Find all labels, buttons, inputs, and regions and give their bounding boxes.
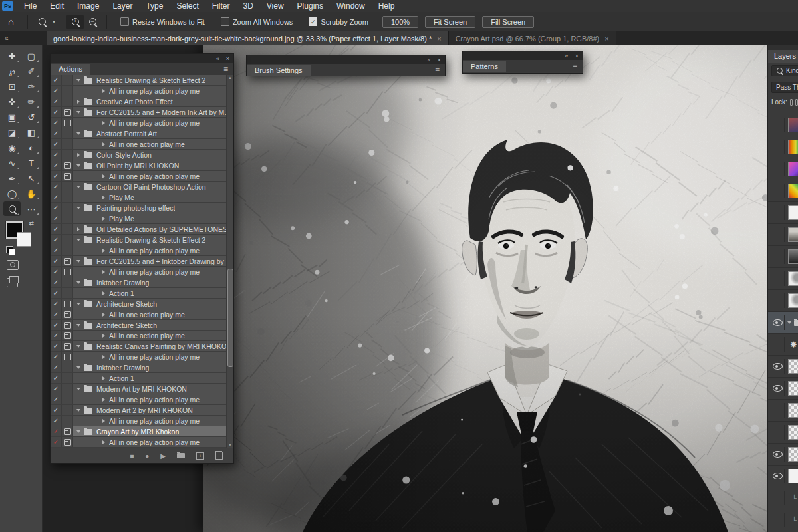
action-row-content[interactable]: All in one play action play me xyxy=(73,416,233,426)
layer-row[interactable] xyxy=(768,444,798,466)
expand-caret-icon[interactable] xyxy=(76,132,80,135)
visibility-cell[interactable] xyxy=(771,184,785,198)
toggle-item-check[interactable]: ✓ xyxy=(51,416,62,426)
canvas-artwork[interactable] xyxy=(203,45,798,532)
toggle-item-check[interactable]: ✓ xyxy=(51,331,62,340)
action-row-content[interactable]: All in one play action play me xyxy=(73,352,233,362)
expand-caret-icon[interactable] xyxy=(77,227,80,231)
toggle-dialog-cell[interactable] xyxy=(62,160,73,170)
toggle-item-check[interactable]: ✓ xyxy=(51,224,62,234)
checkbox-scrubby-zoom[interactable]: ✓Scrubby Zoom xyxy=(309,17,368,26)
play-selection-button[interactable]: ▶ xyxy=(160,452,166,460)
blend-mode-select[interactable]: Pass Thr xyxy=(771,82,798,93)
action-row[interactable]: ✓Oil Detailed Actions By SUPREMETONES xyxy=(51,224,233,234)
toggle-dialog-cell[interactable] xyxy=(62,416,73,426)
layer-row[interactable] xyxy=(768,136,798,158)
home-icon[interactable]: ⌂ xyxy=(8,16,14,27)
gradient-tool[interactable]: ◧ xyxy=(23,125,40,140)
visibility-cell[interactable] xyxy=(771,381,785,396)
visibility-cell[interactable] xyxy=(771,359,785,374)
expand-caret-icon[interactable] xyxy=(76,388,80,390)
menu-layer[interactable]: Layer xyxy=(106,1,139,11)
expand-caret-icon[interactable] xyxy=(102,121,105,125)
toggle-item-check[interactable]: ✓ xyxy=(51,160,62,170)
expand-caret-icon[interactable] xyxy=(76,345,80,348)
toggle-dialog-cell[interactable] xyxy=(62,235,73,245)
toggle-item-check[interactable]: ✓ xyxy=(51,150,62,160)
expand-caret-icon[interactable] xyxy=(102,142,105,146)
smudge-tool[interactable]: ∿ xyxy=(3,156,21,170)
layer-row[interactable] xyxy=(768,180,798,202)
expand-caret-icon[interactable] xyxy=(76,303,80,305)
action-row-content[interactable]: Play Me xyxy=(73,213,233,223)
expand-caret-icon[interactable] xyxy=(76,366,80,369)
layer-thumbnail[interactable] xyxy=(788,162,798,176)
toggle-item-check[interactable]: ✓ xyxy=(51,213,62,223)
visibility-cell[interactable] xyxy=(771,447,785,462)
move-tool[interactable]: ✚ xyxy=(3,49,21,63)
visibility-cell[interactable] xyxy=(771,118,785,132)
action-row[interactable]: ✓For CC2015.5 and + Modern Ink Art by MR… xyxy=(51,107,233,117)
layer-row[interactable]: ✸ xyxy=(768,334,798,356)
expand-caret-icon[interactable] xyxy=(102,174,105,178)
expand-caret-icon[interactable] xyxy=(102,398,105,402)
visibility-cell[interactable] xyxy=(771,162,785,176)
edit-toolbar-button[interactable]: ··· xyxy=(23,201,40,216)
toggle-item-check[interactable]: ✓ xyxy=(51,288,62,298)
toggle-item-check[interactable]: ✓ xyxy=(51,118,62,128)
action-row-content[interactable]: Crayon Art by MRI Khokon xyxy=(73,426,233,436)
layer-filter-field[interactable]: Kind xyxy=(771,65,798,76)
screen-mode-button[interactable] xyxy=(7,278,18,287)
layer-thumbnail[interactable] xyxy=(788,271,798,286)
action-row[interactable]: ✓All in one play action play me xyxy=(51,437,233,447)
eye-icon[interactable] xyxy=(773,385,783,392)
toggle-dialog-cell[interactable] xyxy=(62,437,73,447)
toggle-dialog-cell[interactable] xyxy=(62,384,73,394)
toggle-item-check[interactable]: ✓ xyxy=(51,203,62,213)
action-row[interactable]: ✓Play Me xyxy=(51,192,233,202)
visibility-cell[interactable] xyxy=(771,403,785,418)
layer-row[interactable] xyxy=(768,312,798,334)
actions-scrollbar[interactable]: ▲ ▼ xyxy=(226,75,233,448)
path-selection-tool[interactable]: ↖ xyxy=(23,171,40,186)
action-row[interactable]: ✓All in one play action play me xyxy=(51,245,233,255)
checkbox-resize-windows-to-fit[interactable]: Resize Windows to Fit xyxy=(120,17,205,26)
action-row-content[interactable]: Architecture Sketch xyxy=(73,320,233,330)
expand-caret-icon[interactable] xyxy=(787,321,791,324)
layer-thumbnail[interactable] xyxy=(788,469,798,483)
tab-brush-settings[interactable]: Brush Settings xyxy=(247,65,311,76)
toggle-item-check[interactable]: ✓ xyxy=(51,299,62,309)
collapse-panel-icon[interactable]: « xyxy=(428,57,431,63)
expand-caret-icon[interactable] xyxy=(76,186,80,188)
action-row-content[interactable]: All in one play action play me xyxy=(73,394,233,404)
layer-row[interactable] xyxy=(768,202,798,224)
toggle-item-check[interactable]: ✓ xyxy=(51,309,62,319)
eye-icon[interactable] xyxy=(773,451,783,458)
action-row-content[interactable]: All in one action play me xyxy=(73,331,233,340)
action-row-content[interactable]: Play Me xyxy=(73,192,233,202)
toggle-dialog-cell[interactable] xyxy=(62,341,73,351)
action-row-content[interactable]: All in one play action play me xyxy=(73,86,233,96)
toggle-dialog-cell[interactable] xyxy=(62,394,73,404)
dodge-tool[interactable]: ◐ xyxy=(23,140,40,155)
toggle-dialog-cell[interactable] xyxy=(62,309,73,319)
toggle-dialog-cell[interactable] xyxy=(62,362,73,372)
chevron-down-icon[interactable]: ▾ xyxy=(53,19,55,25)
100--button[interactable]: 100% xyxy=(382,16,418,28)
expand-caret-icon[interactable] xyxy=(76,260,80,263)
toggle-item-check[interactable]: ✓ xyxy=(51,373,62,383)
action-row[interactable]: ✓Color Style Action xyxy=(51,150,233,160)
zoom-tool-preset[interactable] xyxy=(33,15,51,29)
action-row-content[interactable]: Realistic Canvas Painting by MRI KHOKON xyxy=(73,341,233,351)
expand-caret-icon[interactable] xyxy=(102,270,105,274)
menu-plugins[interactable]: Plugins xyxy=(291,1,330,11)
toggle-dialog-cell[interactable] xyxy=(62,182,73,192)
expand-caret-icon[interactable] xyxy=(76,79,80,82)
toggle-dialog-cell[interactable] xyxy=(62,192,73,202)
toggle-dialog-cell[interactable] xyxy=(62,213,73,223)
expand-caret-icon[interactable] xyxy=(102,440,105,444)
action-row-content[interactable]: Modern Art 2 by MRI KHOKON xyxy=(73,405,233,415)
toggle-item-check[interactable]: ✓ xyxy=(51,320,62,330)
visibility-cell[interactable] xyxy=(771,293,785,308)
lasso-tool[interactable]: ℘ xyxy=(3,64,21,78)
